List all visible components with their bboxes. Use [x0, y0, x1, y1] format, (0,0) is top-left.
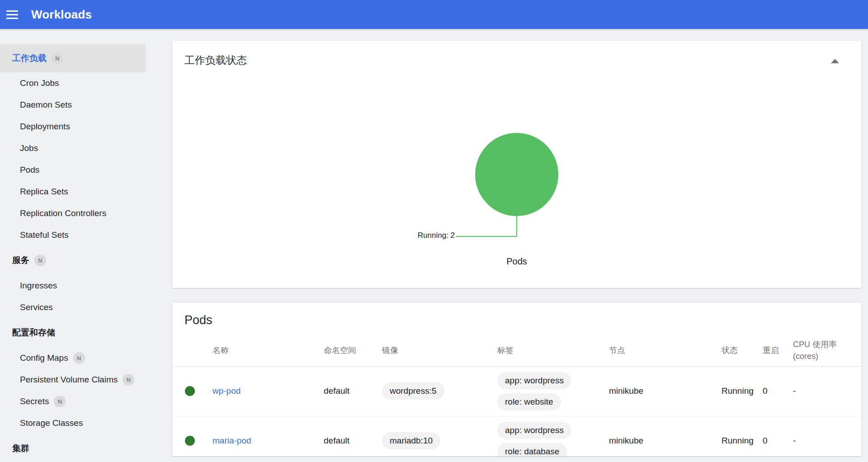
sidebar-item-label: Storage Classes: [20, 418, 83, 428]
sidebar-section-label: 集群: [12, 443, 29, 454]
menu-icon[interactable]: [6, 10, 18, 19]
namespace-cell: default: [324, 416, 382, 456]
column-header-name: 名称: [212, 335, 324, 366]
sidebar-item-label: Ingresses: [20, 281, 57, 291]
pie-leader-line: [516, 216, 517, 236]
running-status-icon: [185, 386, 195, 396]
sidebar-section-label: 配置和存储: [12, 327, 55, 339]
column-header-node: 节点: [609, 335, 722, 366]
namespaced-badge: N: [54, 396, 66, 407]
pie-caption: Pods: [172, 256, 861, 267]
sidebar-section-services[interactable]: 服务 N: [0, 246, 172, 275]
sidebar-item-label: Stateful Sets: [20, 230, 69, 240]
main-content: 工作负载状态 Running: 2 Pods Pods 名称 命名空间 镜像 标…: [172, 29, 861, 456]
card-title: 工作负载状态: [184, 53, 247, 67]
sidebar-section-config-storage[interactable]: 配置和存储: [0, 318, 172, 347]
sidebar-item-label: Config Maps: [20, 353, 68, 363]
workload-status-card: 工作负载状态 Running: 2 Pods: [172, 41, 861, 288]
pods-table: 名称 命名空间 镜像 标签 节点 状态 重启 CPU 使用率 (cores) w…: [172, 335, 861, 456]
namespaced-badge: N: [123, 374, 134, 386]
sidebar-item-label: Deployments: [20, 122, 70, 132]
label-chip: role: database: [497, 443, 567, 457]
sidebar-item-label: Daemon Sets: [20, 100, 72, 110]
sidebar-item-label: Jobs: [20, 143, 38, 153]
sidebar-section-label: 服务: [12, 255, 29, 266]
pie-leader-line: [456, 236, 517, 237]
column-header-status-dot: [172, 335, 212, 366]
pods-card: Pods 名称 命名空间 镜像 标签 节点 状态 重启 CPU 使用: [172, 303, 861, 456]
sidebar-item-stateful-sets[interactable]: Stateful Sets: [0, 224, 172, 246]
restarts-cell: 0: [763, 416, 793, 456]
column-header-labels: 标签: [497, 335, 609, 366]
table-row: maria-pod default mariadb:10 app: wordpr…: [172, 416, 861, 456]
status-cell: Running: [722, 366, 763, 416]
sidebar-item-replica-sets[interactable]: Replica Sets: [0, 181, 172, 203]
table-row: wp-pod default wordpress:5 app: wordpres…: [172, 366, 861, 416]
table-header-row: 名称 命名空间 镜像 标签 节点 状态 重启 CPU 使用率 (cores): [172, 335, 861, 366]
sidebar-item-jobs[interactable]: Jobs: [0, 137, 172, 159]
sidebar-item-label: 工作负载: [12, 52, 47, 64]
sidebar-item-storage-classes[interactable]: Storage Classes: [0, 412, 172, 434]
node-cell: minikube: [609, 416, 722, 456]
sidebar-item-label: Secrets: [20, 396, 49, 406]
namespaced-badge: N: [52, 52, 63, 64]
sidebar-item-cron-jobs[interactable]: Cron Jobs: [0, 72, 172, 94]
sidebar-item-label: Pods: [20, 165, 39, 175]
cpu-usage-cell: -: [793, 366, 861, 416]
sidebar-item-replication-controllers[interactable]: Replication Controllers: [0, 203, 172, 224]
sidebar-item-label: Cron Jobs: [20, 78, 59, 88]
pie-callout-label: Running: 2: [418, 231, 455, 240]
status-cell: Running: [722, 416, 763, 456]
sidebar-item-daemon-sets[interactable]: Daemon Sets: [0, 94, 172, 116]
namespaced-badge: N: [34, 255, 46, 266]
sidebar-item-pods[interactable]: Pods: [0, 159, 172, 181]
sidebar-item-label: Services: [20, 302, 53, 312]
sidebar-item-label: Persistent Volume Claims: [20, 375, 118, 385]
cpu-usage-cell: -: [793, 416, 861, 456]
node-cell: minikube: [609, 366, 722, 416]
label-chip: role: website: [497, 393, 561, 410]
namespaced-badge: N: [73, 352, 85, 364]
page-title: Workloads: [31, 8, 92, 22]
column-header-cpu-line2: (cores): [793, 350, 861, 362]
column-header-cpu: CPU 使用率 (cores): [793, 335, 861, 366]
sidebar-item-secrets[interactable]: Secrets N: [0, 391, 172, 412]
column-header-namespace: 命名空间: [324, 335, 382, 366]
column-header-image: 镜像: [382, 335, 497, 366]
card-title: Pods: [184, 313, 212, 327]
sidebar-section-cluster[interactable]: 集群: [0, 434, 172, 462]
sidebar-item-label: Replication Controllers: [20, 208, 106, 218]
running-status-icon: [185, 436, 195, 446]
sidebar-item-ingresses[interactable]: Ingresses: [0, 275, 172, 297]
image-chip: wordpress:5: [382, 382, 444, 400]
sidebar-item-deployments[interactable]: Deployments: [0, 116, 172, 137]
sidebar: 工作负载 N Cron Jobs Daemon Sets Deployments…: [0, 29, 172, 462]
image-chip: mariadb:10: [382, 432, 440, 449]
sidebar-item-workloads[interactable]: 工作负载 N: [0, 44, 146, 72]
sidebar-item-config-maps[interactable]: Config Maps N: [0, 347, 172, 369]
collapse-arrow-icon[interactable]: [830, 59, 840, 66]
sidebar-item-services[interactable]: Services: [0, 297, 172, 318]
label-chip: app: wordpress: [497, 422, 571, 439]
pod-name-link[interactable]: wp-pod: [212, 386, 241, 396]
sidebar-item-label: Replica Sets: [20, 187, 68, 197]
namespace-cell: default: [324, 366, 382, 416]
sidebar-item-persistent-volume-claims[interactable]: Persistent Volume Claims N: [0, 369, 172, 391]
column-header-status: 状态: [722, 335, 763, 366]
label-chip: app: wordpress: [497, 372, 571, 389]
column-header-restarts: 重启: [763, 335, 793, 366]
column-header-cpu-line1: CPU 使用率: [793, 339, 861, 350]
pods-pie-chart: [475, 133, 558, 216]
pod-name-link[interactable]: maria-pod: [212, 436, 251, 445]
restarts-cell: 0: [763, 366, 793, 416]
app-header: Workloads: [0, 0, 868, 29]
